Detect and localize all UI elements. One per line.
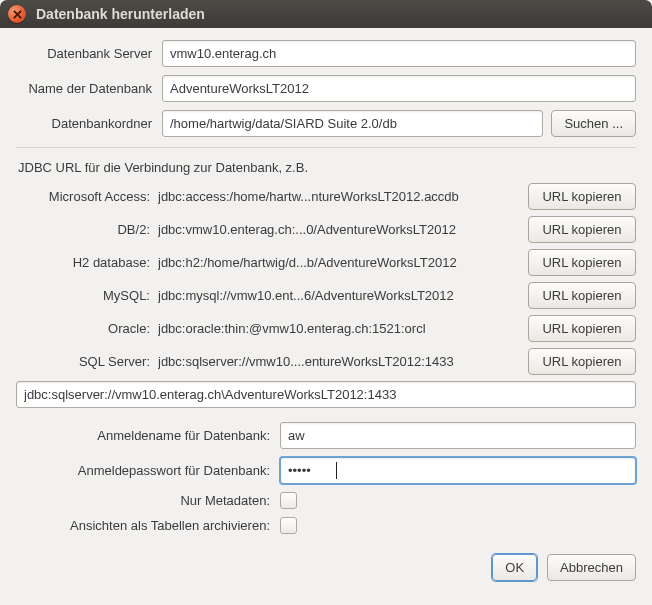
cancel-button[interactable]: Abbrechen	[547, 554, 636, 581]
jdbc-label: MySQL:	[16, 288, 150, 303]
dbname-label: Name der Datenbank	[16, 81, 162, 96]
folder-label: Datenbankordner	[16, 116, 162, 131]
username-label: Anmeldename für Datenbank:	[16, 428, 280, 443]
jdbc-row-db2: DB/2: jdbc:vmw10.enterag.ch:...0/Adventu…	[16, 216, 636, 243]
copy-url-button[interactable]: URL kopieren	[528, 249, 636, 276]
jdbc-label: Oracle:	[16, 321, 150, 336]
jdbc-row-sqlserver: SQL Server: jdbc:sqlserver://vmw10....en…	[16, 348, 636, 375]
window-title: Datenbank herunterladen	[36, 6, 205, 22]
jdbc-url: jdbc:mysql://vmw10.ent...6/AdventureWork…	[158, 288, 520, 303]
jdbc-heading: JDBC URL für die Verbindung zur Datenban…	[18, 160, 636, 175]
jdbc-label: Microsoft Access:	[16, 189, 150, 204]
jdbc-url: jdbc:access:/home/hartw...ntureWorksLT20…	[158, 189, 520, 204]
close-button[interactable]	[8, 5, 26, 23]
jdbc-label: SQL Server:	[16, 354, 150, 369]
dbname-input[interactable]	[162, 75, 636, 102]
metadata-only-label: Nur Metadaten:	[16, 493, 280, 508]
jdbc-row-oracle: Oracle: jdbc:oracle:thin:@vmw10.enterag.…	[16, 315, 636, 342]
metadata-only-checkbox[interactable]	[280, 492, 297, 509]
copy-url-button[interactable]: URL kopieren	[528, 282, 636, 309]
copy-url-button[interactable]: URL kopieren	[528, 216, 636, 243]
archive-views-checkbox[interactable]	[280, 517, 297, 534]
password-input[interactable]	[280, 457, 636, 484]
jdbc-label: H2 database:	[16, 255, 150, 270]
jdbc-url-input[interactable]	[16, 381, 636, 408]
ok-button[interactable]: OK	[492, 554, 537, 581]
server-input[interactable]	[162, 40, 636, 67]
jdbc-url: jdbc:h2:/home/hartwig/d...b/AdventureWor…	[158, 255, 520, 270]
jdbc-label: DB/2:	[16, 222, 150, 237]
jdbc-row-access: Microsoft Access: jdbc:access:/home/hart…	[16, 183, 636, 210]
server-label: Datenbank Server	[16, 46, 162, 61]
browse-button[interactable]: Suchen ...	[551, 110, 636, 137]
folder-input[interactable]	[162, 110, 543, 137]
text-caret	[336, 462, 337, 479]
username-input[interactable]	[280, 422, 636, 449]
copy-url-button[interactable]: URL kopieren	[528, 348, 636, 375]
jdbc-row-mysql: MySQL: jdbc:mysql://vmw10.ent...6/Advent…	[16, 282, 636, 309]
titlebar: Datenbank herunterladen	[0, 0, 652, 28]
close-icon	[13, 10, 22, 19]
password-label: Anmeldepasswort für Datenbank:	[16, 463, 280, 478]
jdbc-url: jdbc:vmw10.enterag.ch:...0/AdventureWork…	[158, 222, 520, 237]
separator	[16, 147, 636, 148]
archive-views-label: Ansichten als Tabellen archivieren:	[16, 518, 280, 533]
copy-url-button[interactable]: URL kopieren	[528, 315, 636, 342]
jdbc-url: jdbc:oracle:thin:@vmw10.enterag.ch:1521:…	[158, 321, 520, 336]
copy-url-button[interactable]: URL kopieren	[528, 183, 636, 210]
jdbc-row-h2: H2 database: jdbc:h2:/home/hartwig/d...b…	[16, 249, 636, 276]
jdbc-url: jdbc:sqlserver://vmw10....entureWorksLT2…	[158, 354, 520, 369]
